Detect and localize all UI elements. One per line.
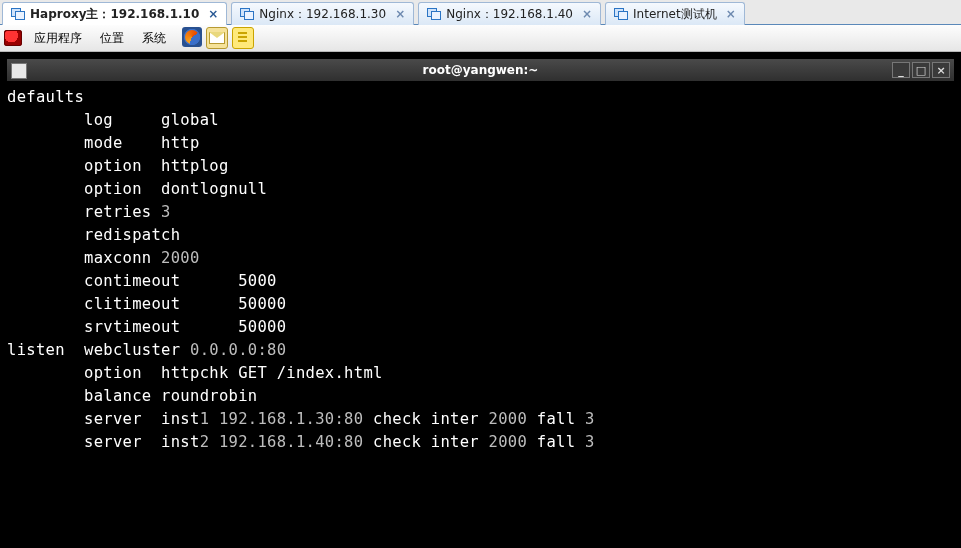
- config-line: option dontlognull: [7, 178, 954, 201]
- tab-label: Internet测试机: [633, 6, 717, 23]
- config-line: server inst2 192.168.1.40:80 check inter…: [7, 431, 954, 454]
- terminal-window: root@yangwen:~ _ □ × defaults log global…: [6, 58, 955, 547]
- close-icon[interactable]: ×: [582, 7, 592, 21]
- window-controls: _ □ ×: [892, 62, 950, 78]
- config-line: clitimeout 50000: [7, 293, 954, 316]
- window-menu-icon[interactable]: [11, 63, 27, 79]
- tab-label: Haproxy主：192.168.1.10: [30, 6, 199, 23]
- menu-applications[interactable]: 应用程序: [28, 28, 88, 49]
- terminal-body[interactable]: defaults log global mode http option htt…: [6, 81, 955, 547]
- gnome-menubar: 应用程序 位置 系统: [0, 25, 961, 52]
- mail-icon[interactable]: [206, 27, 228, 49]
- close-icon[interactable]: ×: [726, 7, 736, 21]
- config-line: log global: [7, 109, 954, 132]
- close-icon[interactable]: ×: [395, 7, 405, 21]
- maximize-button[interactable]: □: [912, 62, 930, 78]
- note-icon[interactable]: [232, 27, 254, 49]
- vm-tab-nginx30[interactable]: Nginx：192.168.1.30 ×: [231, 2, 414, 25]
- config-line: listen webcluster 0.0.0.0:80: [7, 339, 954, 362]
- terminal-title-text: root@yangwen:~: [423, 63, 539, 77]
- terminal-titlebar[interactable]: root@yangwen:~ _ □ ×: [6, 58, 955, 81]
- config-line: balance roundrobin: [7, 385, 954, 408]
- config-line: contimeout 5000: [7, 270, 954, 293]
- vm-tab-strip: Haproxy主：192.168.1.10 × Nginx：192.168.1.…: [0, 0, 961, 25]
- config-line: srvtimeout 50000: [7, 316, 954, 339]
- config-line: mode http: [7, 132, 954, 155]
- tab-label: Nginx：192.168.1.40: [446, 6, 573, 23]
- config-line: server inst1 192.168.1.30:80 check inter…: [7, 408, 954, 431]
- panel-launchers: [182, 27, 254, 49]
- screens-icon: [240, 8, 254, 20]
- menu-system[interactable]: 系统: [136, 28, 172, 49]
- config-line: maxconn 2000: [7, 247, 954, 270]
- config-line: defaults: [7, 86, 954, 109]
- config-line: redispatch: [7, 224, 954, 247]
- vm-tab-haproxy[interactable]: Haproxy主：192.168.1.10 ×: [2, 2, 227, 25]
- close-icon[interactable]: ×: [208, 7, 218, 21]
- redhat-logo-icon[interactable]: [4, 30, 22, 46]
- screens-icon: [11, 8, 25, 20]
- tab-label: Nginx：192.168.1.30: [259, 6, 386, 23]
- screens-icon: [427, 8, 441, 20]
- close-button[interactable]: ×: [932, 62, 950, 78]
- config-line: retries 3: [7, 201, 954, 224]
- minimize-button[interactable]: _: [892, 62, 910, 78]
- screens-icon: [614, 8, 628, 20]
- firefox-icon[interactable]: [182, 27, 202, 47]
- menu-places[interactable]: 位置: [94, 28, 130, 49]
- vm-tab-internet[interactable]: Internet测试机 ×: [605, 2, 745, 25]
- vm-tab-nginx40[interactable]: Nginx：192.168.1.40 ×: [418, 2, 601, 25]
- config-line: option httplog: [7, 155, 954, 178]
- config-line: option httpchk GET /index.html: [7, 362, 954, 385]
